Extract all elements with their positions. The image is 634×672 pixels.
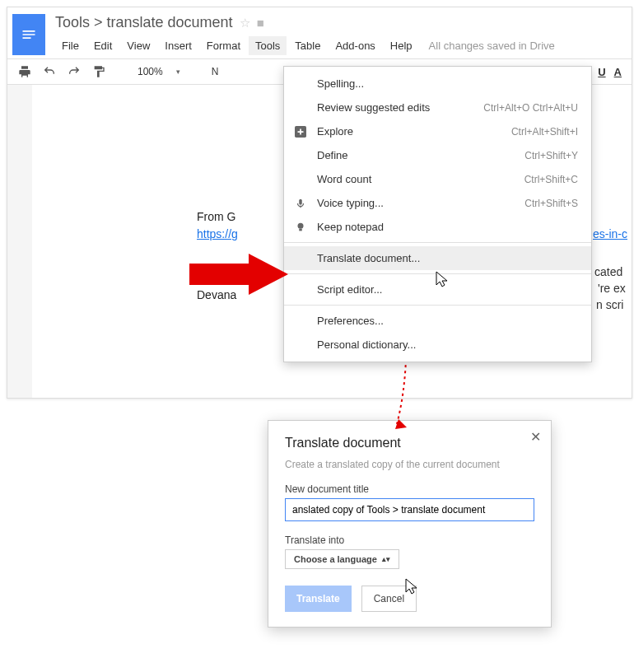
close-icon[interactable]: ✕ — [530, 429, 541, 445]
menu-item-review-edits[interactable]: Review suggested edits Ctrl+Alt+O Ctrl+A… — [284, 96, 591, 119]
svg-rect-0 — [189, 264, 249, 285]
redo-icon[interactable] — [67, 64, 82, 79]
underline-icon[interactable]: U — [598, 66, 605, 78]
menu-table[interactable]: Table — [288, 36, 327, 55]
svg-rect-5 — [299, 228, 302, 231]
menu-item-preferences[interactable]: Preferences... — [284, 309, 591, 333]
select-caret-icon: ▴▾ — [382, 555, 390, 563]
menu-shortcut: Ctrl+Shift+S — [524, 198, 578, 209]
dialog-title: Translate document — [285, 436, 534, 450]
dialog-subtitle: Create a translated copy of the current … — [285, 459, 534, 470]
menu-item-personal-dictionary[interactable]: Personal dictionary... — [284, 333, 591, 357]
svg-marker-1 — [249, 254, 288, 295]
language-select[interactable]: Choose a language ▴▾ — [285, 549, 399, 569]
menu-file[interactable]: File — [55, 36, 86, 55]
translate-button[interactable]: Translate — [285, 586, 352, 612]
menu-insert[interactable]: Insert — [158, 36, 198, 55]
menu-shortcut: Ctrl+Shift+C — [524, 174, 578, 185]
save-status: All changes saved in Drive — [429, 40, 555, 52]
menu-tools[interactable]: Tools — [249, 36, 287, 55]
document-title[interactable]: Tools > translate document — [55, 14, 233, 31]
menu-item-define[interactable]: Define Ctrl+Shift+Y — [284, 143, 591, 167]
cursor-icon — [404, 577, 419, 595]
title-field-label: New document title — [285, 483, 534, 495]
mic-icon — [294, 197, 307, 210]
menu-view[interactable]: View — [120, 36, 156, 55]
tools-dropdown-menu: Spelling... Review suggested edits Ctrl+… — [283, 66, 592, 362]
new-document-title-input[interactable] — [285, 498, 534, 521]
language-field-label: Translate into — [285, 534, 534, 546]
menu-item-keep-notepad[interactable]: Keep notepad — [284, 215, 591, 239]
text-color-icon[interactable]: A — [614, 66, 622, 78]
paragraph-style[interactable]: N — [208, 64, 222, 79]
menu-format[interactable]: Format — [200, 36, 247, 55]
translate-document-dialog: ✕ Translate document Create a translated… — [268, 420, 552, 628]
header: Tools > translate document ☆ ■ File Edit… — [7, 7, 632, 55]
undo-icon[interactable] — [42, 64, 57, 79]
menu-separator — [284, 305, 591, 306]
red-arrow-annotation — [189, 254, 288, 295]
menubar: File Edit View Insert Format Tools Table… — [55, 36, 627, 55]
doc-text-fragment: es-in-c — [593, 227, 627, 240]
docs-logo-icon[interactable] — [12, 14, 45, 55]
star-icon[interactable]: ☆ — [240, 16, 250, 30]
doc-text-fragment: n scri — [596, 298, 623, 311]
menu-separator — [284, 242, 591, 243]
menu-addons[interactable]: Add-ons — [329, 36, 381, 55]
explore-plus-icon — [294, 125, 307, 138]
doc-link[interactable]: https://g — [197, 227, 238, 240]
menu-item-spelling[interactable]: Spelling... — [284, 72, 591, 96]
print-icon[interactable] — [17, 64, 32, 79]
menu-shortcut: Ctrl+Alt+Shift+I — [511, 126, 578, 138]
doc-text-fragment: cated — [594, 265, 622, 278]
menu-shortcut: Ctrl+Alt+O Ctrl+Alt+U — [483, 102, 578, 114]
svg-point-4 — [298, 222, 304, 228]
paint-format-icon[interactable] — [91, 64, 106, 79]
bulb-icon — [294, 221, 307, 234]
menu-item-word-count[interactable]: Word count Ctrl+Shift+C — [284, 167, 591, 191]
doc-text-fragment: 're ex — [598, 282, 626, 295]
menu-item-translate-document[interactable]: Translate document... — [284, 246, 591, 270]
menu-item-voice-typing[interactable]: Voice typing... Ctrl+Shift+S — [284, 191, 591, 215]
gutter — [7, 85, 32, 398]
menu-item-explore[interactable]: Explore Ctrl+Alt+Shift+I — [284, 119, 591, 143]
menu-shortcut: Ctrl+Shift+Y — [524, 150, 578, 161]
menu-edit[interactable]: Edit — [87, 36, 119, 55]
svg-rect-3 — [299, 198, 302, 204]
folder-icon[interactable]: ■ — [257, 16, 264, 30]
menu-help[interactable]: Help — [384, 36, 419, 55]
zoom-level[interactable]: 100% — [134, 64, 166, 79]
zoom-caret-icon[interactable]: ▾ — [176, 68, 180, 76]
cursor-icon — [435, 270, 450, 288]
